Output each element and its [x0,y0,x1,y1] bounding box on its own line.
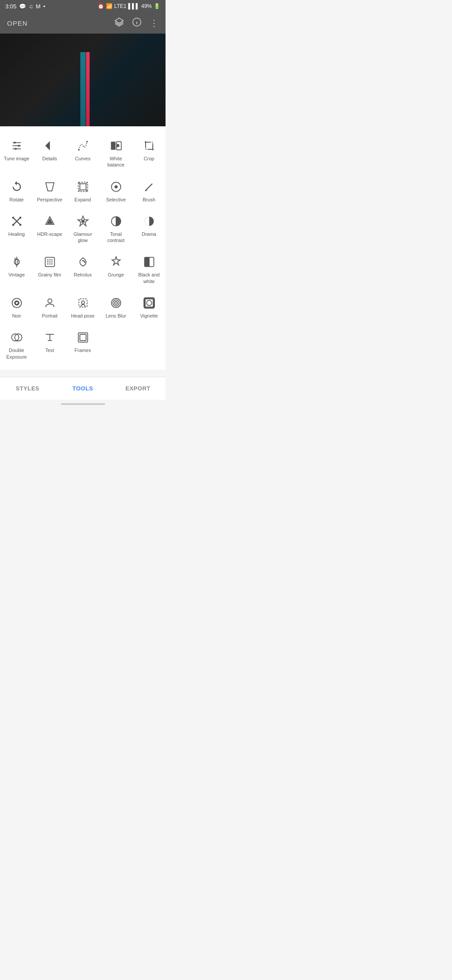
info-icon[interactable] [132,17,142,29]
hdr-scape-label: HDR-scape [37,231,62,237]
text-icon [43,330,57,344]
double-exposure-label: Double Exposure [2,347,31,360]
grainy-film-icon [43,255,57,269]
top-bar: OPEN ⋮ [0,12,166,34]
svg-point-12 [86,141,88,143]
svg-point-73 [147,300,152,306]
tool-crop[interactable]: Crop [132,133,166,174]
noir-icon [10,296,24,310]
tool-vignette[interactable]: Vignette [132,291,166,325]
svg-point-57 [47,264,48,265]
retrolux-icon [76,255,90,269]
tool-expand[interactable]: Expand [66,174,99,209]
tonal-contrast-icon [109,214,123,228]
alarm-icon: ⏰ [98,3,104,9]
portrait-label: Portrait [42,313,57,319]
white-balance-label: White balance [101,155,131,168]
svg-point-71 [115,303,116,303]
tool-head-pose[interactable]: Head pose [66,291,99,325]
tool-drama[interactable]: Drama [132,209,166,250]
svg-point-54 [47,261,48,263]
glamour-glow-icon [76,214,90,228]
expand-icon [76,180,90,194]
layers-icon[interactable] [114,17,124,29]
double-exposure-icon [10,330,24,344]
status-left: 3:05 💬 ♫ M • [5,3,45,10]
tool-grainy-film[interactable]: Grainy film [33,250,66,291]
tool-noir[interactable]: Noir [0,291,33,325]
drama-icon [142,214,156,228]
svg-rect-72 [144,299,154,308]
lens-blur-icon [109,296,123,310]
time: 3:05 [5,3,16,10]
tool-frames[interactable]: Frames [66,325,99,366]
vignette-label: Vignette [140,313,158,319]
tool-text[interactable]: Text [33,325,66,366]
head-pose-icon [76,296,90,310]
lte-label: LTE1 [114,3,127,9]
status-bar: 3:05 💬 ♫ M • ⏰ 📶 LTE1 ▌▌▌ 49% 🔋 [0,0,166,12]
tune-image-label: Tune image [4,155,30,162]
svg-point-41 [81,219,84,223]
frames-label: Frames [75,347,91,353]
tool-perspective[interactable]: Perspective [33,174,66,209]
perspective-label: Perspective [37,197,62,203]
svg-point-53 [51,259,53,261]
tool-tonal-contrast[interactable]: Tonal contrast [99,209,132,250]
svg-point-51 [47,259,48,261]
curves-label: Curves [75,155,90,162]
tool-lens-blur[interactable]: Lens Blur [99,291,132,325]
tool-black-and-white[interactable]: Black and white [132,250,166,291]
tool-selective[interactable]: Selective [99,174,132,209]
svg-line-48 [15,258,15,260]
top-bar-actions: ⋮ [114,17,158,29]
svg-point-56 [51,261,53,263]
hdr-scape-icon [43,214,57,228]
tool-details[interactable]: Details [33,133,66,174]
tool-tune-image[interactable]: Tune image [0,133,33,174]
tool-double-exposure[interactable]: Double Exposure [0,325,33,366]
svg-point-11 [78,149,79,151]
tool-brush[interactable]: Brush [132,174,166,209]
svg-point-9 [15,148,17,150]
tab-styles[interactable]: STYLES [0,377,55,400]
tab-export[interactable]: EXPORT [110,377,166,400]
svg-marker-10 [45,141,50,151]
tool-retrolux[interactable]: Retrolux [66,250,99,291]
tool-curves[interactable]: Curves [66,133,99,174]
dot-icon: • [43,3,45,10]
status-right: ⏰ 📶 LTE1 ▌▌▌ 49% 🔋 [98,3,160,9]
retrolux-label: Retrolux [74,272,92,278]
tool-grunge[interactable]: Grunge [99,250,132,291]
svg-point-7 [14,142,16,144]
details-icon [43,139,57,153]
black-and-white-icon [142,255,156,269]
tab-tools[interactable]: TOOLS [55,377,110,400]
tool-hdr-scape[interactable]: HDR-scape [33,209,66,250]
more-icon[interactable]: ⋮ [150,18,158,28]
tool-vintage[interactable]: Vintage [0,250,33,291]
tool-healing[interactable]: Healing [0,209,33,250]
grunge-icon [109,255,123,269]
brush-icon [142,180,156,194]
tool-white-balance[interactable]: WBWhite balance [99,133,132,174]
tool-portrait[interactable]: Portrait [33,291,66,325]
tool-rotate[interactable]: Rotate [0,174,33,209]
home-indicator [0,400,166,407]
svg-point-34 [12,216,14,219]
glamour-glow-label: Glamour glow [68,231,98,244]
image-preview [0,34,166,126]
grainy-film-label: Grainy film [38,272,61,278]
svg-rect-24 [80,184,86,190]
drama-label: Drama [142,231,156,237]
tool-glamour-glow[interactable]: Glamour glow [66,209,99,250]
svg-point-36 [12,224,14,226]
healing-label: Healing [8,231,25,237]
svg-point-30 [114,185,117,188]
grunge-label: Grunge [108,272,124,278]
open-button[interactable]: OPEN [7,19,28,27]
battery-icon: 🔋 [154,3,160,9]
svg-line-26 [86,182,88,184]
svg-text:W: W [111,144,114,147]
vintage-icon [10,255,24,269]
